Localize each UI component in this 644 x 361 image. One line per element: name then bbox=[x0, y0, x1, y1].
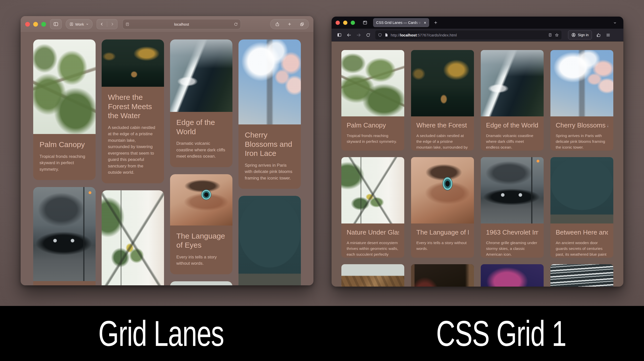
forward-button[interactable] bbox=[354, 31, 363, 39]
new-tab-button[interactable] bbox=[284, 19, 295, 29]
firefox-view-icon bbox=[363, 20, 368, 25]
reader-mode-icon[interactable] bbox=[548, 33, 552, 37]
address-bar[interactable]: localhost bbox=[123, 19, 241, 29]
card-title: 1963 Chevrolet Im... bbox=[486, 229, 538, 237]
address-text: localhost bbox=[174, 22, 189, 26]
menu-button[interactable] bbox=[603, 31, 613, 39]
forward-icon bbox=[110, 22, 114, 26]
card-title: Cherry Blossoms a... bbox=[556, 121, 608, 129]
forward-button[interactable] bbox=[107, 19, 117, 29]
page-info-icon[interactable] bbox=[384, 33, 388, 37]
back-button[interactable] bbox=[97, 19, 107, 29]
dog-photo bbox=[411, 264, 474, 287]
firefox-toolbar: http://localhost:57767/cards/index.html … bbox=[332, 29, 623, 41]
active-tab[interactable]: CSS Grid Lanes — Cards with fallba bbox=[373, 18, 429, 27]
forward-icon bbox=[356, 32, 361, 38]
page-format-icon[interactable] bbox=[125, 22, 130, 26]
card-forest-water[interactable]: Where the Forest ... A secluded cabin ne… bbox=[411, 50, 474, 151]
card-title: Palm Canopy bbox=[347, 121, 399, 129]
card-title: Edge of the World bbox=[176, 118, 226, 136]
card-palm-canopy[interactable]: Palm Canopy Tropical fronds reaching sky… bbox=[33, 39, 96, 180]
card-canyon[interactable] bbox=[341, 264, 404, 287]
tab-overview-icon bbox=[300, 22, 304, 27]
sidebar-icon bbox=[53, 21, 59, 27]
chevrolet-photo bbox=[481, 157, 544, 223]
caption-grid-lanes: Grid Lanes bbox=[0, 306, 322, 361]
card-nature-under-glass[interactable]: Nature Under Glass A miniature desert ec… bbox=[341, 157, 404, 258]
card-waterfall[interactable] bbox=[550, 264, 613, 287]
card-title: Where the Forest Meets the Water bbox=[108, 93, 158, 120]
back-button[interactable] bbox=[344, 31, 354, 39]
card-description: Chrome grille gleaming under stormy skie… bbox=[486, 240, 538, 257]
card-cherry-blossoms[interactable]: Cherry Blossoms and Iron Lace Spring arr… bbox=[238, 39, 301, 189]
close-window-button[interactable] bbox=[336, 21, 340, 25]
card-nature-under-glass[interactable]: Nature Under Glass A miniature desert ec… bbox=[102, 190, 164, 285]
list-all-tabs-button[interactable] bbox=[610, 19, 619, 27]
address-bar[interactable]: http://localhost:57767/cards/index.html bbox=[375, 30, 561, 39]
card-forest-water[interactable]: Where the Forest Meets the Water A seclu… bbox=[102, 39, 164, 183]
card-palm-canopy[interactable]: Palm Canopy Tropical fronds reaching sky… bbox=[341, 50, 404, 151]
close-window-button[interactable] bbox=[25, 22, 30, 27]
eye-photo bbox=[411, 157, 474, 223]
zoom-window-button[interactable] bbox=[351, 21, 355, 25]
card-night-sky[interactable] bbox=[481, 264, 544, 287]
close-icon[interactable] bbox=[423, 21, 427, 24]
firefox-view-button[interactable] bbox=[360, 19, 370, 27]
share-button[interactable] bbox=[272, 19, 283, 29]
tab-overview-button[interactable] bbox=[297, 19, 307, 29]
eiffel-photo bbox=[238, 39, 301, 124]
sign-in-button[interactable]: Sign in bbox=[568, 30, 592, 39]
sign-in-label: Sign in bbox=[578, 33, 589, 37]
card-description: A secluded cabin nestled at the edge of … bbox=[108, 124, 158, 176]
new-tab-plus-icon bbox=[433, 20, 438, 25]
palm-photo bbox=[341, 50, 404, 116]
card-canyon[interactable] bbox=[170, 281, 232, 285]
zoom-window-button[interactable] bbox=[41, 22, 46, 27]
sidebar-toggle-button[interactable] bbox=[335, 31, 344, 39]
card-language-of-eyes[interactable]: The Language of Eyes Every iris tells a … bbox=[170, 174, 232, 274]
list-all-tabs-chevron-icon bbox=[613, 21, 617, 25]
new-tab-button[interactable] bbox=[431, 19, 440, 27]
card-title: Cherry Blossoms and Iron Lace bbox=[245, 130, 295, 158]
shield-icon[interactable] bbox=[378, 33, 382, 37]
canyon-photo bbox=[341, 264, 404, 287]
card-chevrolet-impala[interactable]: 1963 Chevrolet Impala bbox=[33, 187, 96, 285]
card-description: Dramatic volcanic coastline where dark c… bbox=[486, 133, 538, 150]
card-description: An ancient wooden door guards secrets of… bbox=[556, 240, 608, 258]
minimize-window-button[interactable] bbox=[343, 21, 347, 25]
menu-hamburger-icon bbox=[606, 33, 611, 37]
back-icon bbox=[346, 32, 352, 38]
url-scheme: http:// bbox=[391, 33, 400, 37]
card-between-here-and[interactable]: Between Here and bbox=[238, 196, 301, 285]
card-dog[interactable] bbox=[411, 264, 474, 287]
card-language-of-eyes[interactable]: The Language of E... Every iris tells a … bbox=[411, 157, 474, 258]
card-title: Where the Forest ... bbox=[416, 121, 469, 129]
sidebar-icon bbox=[337, 32, 342, 37]
card-between-here-and[interactable]: Between Here and ... An ancient wooden d… bbox=[550, 157, 613, 258]
masonry-column: Cherry Blossoms and Iron Lace Spring arr… bbox=[238, 39, 301, 285]
card-title: Palm Canopy bbox=[39, 140, 89, 149]
minimize-window-button[interactable] bbox=[33, 22, 38, 27]
thumbs-up-button[interactable] bbox=[594, 31, 603, 39]
profile-button[interactable]: Work bbox=[66, 19, 93, 29]
card-chevrolet-impala[interactable]: 1963 Chevrolet Im... Chrome grille gleam… bbox=[481, 157, 544, 258]
bookmark-star-icon[interactable] bbox=[555, 33, 559, 37]
back-icon bbox=[100, 22, 104, 26]
palm-photo bbox=[33, 39, 96, 134]
navigation-buttons bbox=[97, 19, 117, 29]
masonry-column: Where the Forest Meets the Water A seclu… bbox=[102, 39, 164, 285]
card-description: Spring arrives in Paris with delicate pi… bbox=[556, 133, 608, 150]
safari-toolbar: Work bbox=[21, 16, 313, 32]
sidebar-toggle-button[interactable] bbox=[50, 19, 62, 29]
card-cherry-blossoms[interactable]: Cherry Blossoms a... Spring arrives in P… bbox=[550, 50, 613, 151]
card-title: Edge of the World bbox=[486, 121, 538, 129]
card-edge-of-world[interactable]: Edge of the World Dramatic volcanic coas… bbox=[170, 39, 232, 167]
eiffel-photo bbox=[550, 50, 613, 116]
profile-label: Work bbox=[75, 22, 84, 26]
reload-button[interactable] bbox=[363, 31, 373, 39]
reload-icon[interactable] bbox=[234, 22, 238, 26]
card-description: Every iris tells a story without words. bbox=[176, 254, 226, 267]
card-edge-of-world[interactable]: Edge of the World Dramatic volcanic coas… bbox=[481, 50, 544, 151]
safari-page-content: Palm Canopy Tropical fronds reaching sky… bbox=[21, 32, 313, 285]
card-description: Spring arrives in Paris with delicate pi… bbox=[245, 162, 295, 182]
